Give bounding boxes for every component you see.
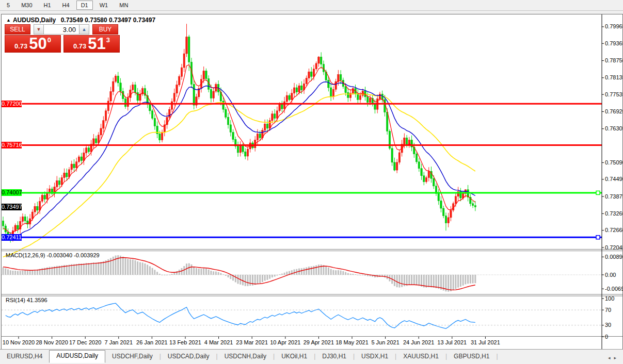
axis-label: 0 bbox=[605, 334, 608, 340]
axis-label: 30 bbox=[605, 322, 611, 328]
axis-label: 70 bbox=[605, 307, 611, 313]
sell-price-base: 0.73 bbox=[14, 42, 27, 50]
tab-scroll-arrows[interactable]: ◂▸ bbox=[608, 355, 620, 360]
chart-symbol: AUDUSD,Daily bbox=[13, 16, 56, 24]
date-axis-label: 31 Jul 2021 bbox=[462, 339, 508, 345]
one-click-trading-panel: SELL ▼ ▲ BUY 0.73500 0.73513 bbox=[5, 24, 120, 53]
axis-label: 0.79365 bbox=[605, 40, 623, 46]
spin-down-icon: ▼ bbox=[37, 27, 41, 32]
symbol-tab-ukoil[interactable]: UKOil,H1 bbox=[275, 351, 314, 362]
chart-ohlc-values: 0.73549 0.73580 0.73497 0.73497 bbox=[61, 16, 156, 24]
timeframe-button-d1[interactable]: D1 bbox=[76, 1, 93, 10]
current-price-tag: 0.73497 bbox=[2, 204, 22, 210]
axis-label: 0.77535 bbox=[605, 91, 623, 97]
timeframe-button-mn[interactable]: MN bbox=[115, 1, 133, 10]
price-level-tag: 0.75716 bbox=[2, 142, 22, 148]
symbol-tab-bar: EURUSD,H4AUDUSD,DailyUSDCHF,Daily|USDCAD… bbox=[0, 349, 623, 364]
axis-label: 0.73260 bbox=[605, 210, 623, 217]
tab-scroll-right-icon: ▸ bbox=[614, 355, 620, 360]
axis-label: 0.76920 bbox=[605, 108, 623, 114]
axis-label: 0.78135 bbox=[605, 74, 623, 80]
timeframe-button-m30[interactable]: M30 bbox=[17, 1, 37, 10]
sell-price-big: 50 bbox=[29, 36, 46, 52]
buy-price-sup: 3 bbox=[106, 36, 110, 44]
buy-price-box[interactable]: 0.73513 bbox=[63, 35, 120, 53]
axis-label: 0.72045 bbox=[605, 244, 623, 251]
symbol-tab-usdcnh[interactable]: USDCNH,Daily bbox=[218, 351, 273, 362]
symbol-tab-audusd[interactable]: AUDUSD,Daily bbox=[49, 350, 105, 363]
timeframe-button-5[interactable]: 5 bbox=[2, 1, 14, 10]
mt4-terminal: 5M30H1H4D1W1MN ▲AUDUSD,Daily 0.73549 0.7… bbox=[0, 0, 623, 364]
symbol-tab-eurusd[interactable]: EURUSD,H4 bbox=[0, 351, 49, 362]
symbol-triangle-icon: ▲ bbox=[6, 18, 11, 23]
tab-separator: | bbox=[496, 351, 498, 361]
chart-title: ▲AUDUSD,Daily 0.73549 0.73580 0.73497 0.… bbox=[6, 16, 155, 24]
tab-scroll-left-icon: ◂ bbox=[608, 355, 614, 360]
symbol-tab-gbpusd[interactable]: GBPUSD,H1 bbox=[447, 351, 496, 362]
rsi-line bbox=[6, 303, 475, 328]
volume-decrease-button[interactable]: ▼ bbox=[34, 24, 44, 35]
buy-price-base: 0.73 bbox=[73, 42, 86, 50]
axis-label: 0.72660 bbox=[605, 227, 623, 233]
timeframe-button-h4[interactable]: H4 bbox=[58, 1, 74, 10]
slow-ma-line bbox=[3, 94, 475, 257]
axis-label: 0.79965 bbox=[605, 23, 623, 29]
volume-input[interactable] bbox=[44, 24, 79, 35]
sell-price-box[interactable]: 0.73500 bbox=[5, 35, 61, 53]
symbol-tab-usdcad[interactable]: USDCAD,Daily bbox=[161, 351, 216, 362]
axis-label: -0.00697 bbox=[605, 286, 623, 292]
sell-button[interactable]: SELL bbox=[5, 24, 30, 35]
spin-up-icon: ▲ bbox=[82, 27, 87, 32]
symbol-tab-xauusd[interactable]: XAUUSD,H1 bbox=[396, 351, 445, 362]
symbol-tab-dj30[interactable]: DJ30,H1 bbox=[315, 351, 353, 362]
timeframe-toolbar: 5M30H1H4D1W1MN bbox=[0, 0, 623, 11]
price-chart-canvas bbox=[2, 14, 622, 349]
timeframe-button-w1[interactable]: W1 bbox=[95, 1, 113, 10]
buy-button[interactable]: BUY bbox=[92, 24, 118, 35]
sell-price-sup: 0 bbox=[47, 36, 51, 44]
fast-ma-line bbox=[3, 65, 475, 234]
macd-signal-value: -0.003929 bbox=[74, 252, 100, 258]
price-level-tag: 0.77200 bbox=[2, 101, 22, 107]
rsi-label: RSI(14) 41.3596 bbox=[6, 297, 47, 303]
buy-price-big: 51 bbox=[88, 36, 105, 52]
symbol-tab-usdx[interactable]: USDX,H1 bbox=[355, 351, 395, 362]
axis-label: 100 bbox=[605, 295, 614, 302]
axis-label: 0.74490 bbox=[605, 176, 623, 182]
timeframe-button-h1[interactable]: H1 bbox=[39, 1, 56, 10]
axis-label: 0.73875 bbox=[605, 193, 623, 200]
axis-label: 0.78750 bbox=[605, 57, 623, 63]
macd-value: -0.003040 bbox=[46, 252, 72, 258]
macd-label: MACD(12,26,9) -0.003040 -0.003929 bbox=[6, 252, 100, 258]
axis-label: 0.75090 bbox=[605, 159, 623, 166]
axis-label: 0.00 bbox=[605, 272, 616, 278]
price-level-tag: 0.72411 bbox=[2, 234, 22, 241]
price-level-tag: 0.74007 bbox=[2, 189, 22, 196]
symbol-tab-usdchf[interactable]: USDCHF,Daily bbox=[105, 351, 159, 362]
axis-label: 0.008903 bbox=[605, 254, 623, 260]
axis-label: 0.76305 bbox=[605, 125, 623, 131]
chart-window: ▲AUDUSD,Daily 0.73549 0.73580 0.73497 0.… bbox=[1, 14, 623, 350]
volume-increase-button[interactable]: ▲ bbox=[79, 24, 89, 35]
rsi-value: 41.3596 bbox=[27, 297, 47, 303]
